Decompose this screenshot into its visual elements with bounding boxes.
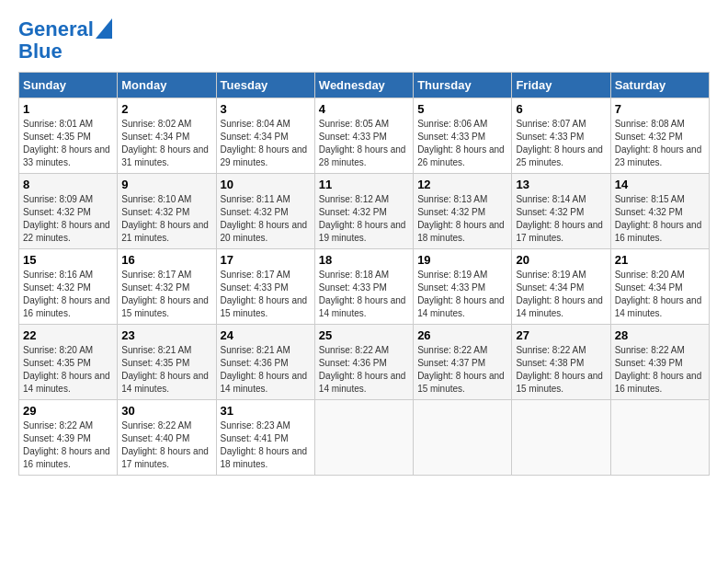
calendar-cell: 4 Sunrise: 8:05 AM Sunset: 4:33 PM Dayli…	[314, 98, 413, 174]
svg-marker-0	[96, 18, 112, 39]
day-info: Sunrise: 8:09 AM Sunset: 4:32 PM Dayligh…	[23, 193, 113, 245]
day-info: Sunrise: 8:02 AM Sunset: 4:34 PM Dayligh…	[121, 118, 211, 169]
day-info: Sunrise: 8:22 AM Sunset: 4:36 PM Dayligh…	[319, 344, 409, 396]
calendar-cell: 15 Sunrise: 8:16 AM Sunset: 4:32 PM Dayl…	[19, 249, 118, 325]
calendar-cell	[414, 400, 512, 476]
day-number: 11	[319, 178, 409, 191]
day-number: 18	[319, 253, 409, 267]
calendar-cell: 22 Sunrise: 8:20 AM Sunset: 4:35 PM Dayl…	[19, 325, 118, 400]
weekday-header: Wednesday	[314, 73, 413, 98]
day-number: 19	[417, 253, 507, 267]
day-info: Sunrise: 8:20 AM Sunset: 4:34 PM Dayligh…	[615, 269, 705, 320]
calendar-cell: 16 Sunrise: 8:17 AM Sunset: 4:32 PM Dayl…	[118, 249, 216, 325]
day-number: 23	[121, 328, 211, 342]
day-number: 7	[615, 102, 705, 116]
weekday-header: Saturday	[610, 73, 709, 98]
calendar-cell: 11 Sunrise: 8:12 AM Sunset: 4:32 PM Dayl…	[314, 174, 413, 249]
calendar-cell	[512, 400, 610, 476]
day-number: 30	[121, 404, 211, 418]
day-info: Sunrise: 8:21 AM Sunset: 4:36 PM Dayligh…	[221, 344, 311, 396]
day-number: 8	[23, 178, 113, 191]
weekday-header: Sunday	[19, 73, 118, 98]
day-info: Sunrise: 8:06 AM Sunset: 4:33 PM Dayligh…	[417, 118, 507, 169]
day-number: 13	[516, 178, 606, 191]
day-number: 20	[516, 253, 606, 267]
day-number: 25	[319, 328, 409, 342]
calendar-cell: 23 Sunrise: 8:21 AM Sunset: 4:35 PM Dayl…	[118, 325, 216, 400]
calendar-table: SundayMondayTuesdayWednesdayThursdayFrid…	[18, 72, 710, 476]
day-info: Sunrise: 8:10 AM Sunset: 4:32 PM Dayligh…	[121, 193, 211, 245]
calendar-cell: 14 Sunrise: 8:15 AM Sunset: 4:32 PM Dayl…	[610, 174, 709, 249]
calendar-cell: 3 Sunrise: 8:04 AM Sunset: 4:34 PM Dayli…	[216, 98, 314, 174]
logo: General Blue	[18, 18, 112, 63]
day-number: 31	[221, 404, 311, 418]
calendar-cell	[610, 400, 709, 476]
weekday-header: Friday	[512, 73, 610, 98]
day-number: 21	[615, 253, 705, 267]
calendar-cell: 29 Sunrise: 8:22 AM Sunset: 4:39 PM Dayl…	[19, 400, 118, 476]
day-info: Sunrise: 8:21 AM Sunset: 4:35 PM Dayligh…	[121, 344, 211, 396]
calendar-cell: 28 Sunrise: 8:22 AM Sunset: 4:39 PM Dayl…	[610, 325, 709, 400]
day-number: 2	[121, 102, 211, 116]
day-number: 12	[417, 178, 507, 191]
day-info: Sunrise: 8:15 AM Sunset: 4:32 PM Dayligh…	[615, 193, 705, 245]
calendar-cell: 10 Sunrise: 8:11 AM Sunset: 4:32 PM Dayl…	[216, 174, 314, 249]
day-info: Sunrise: 8:18 AM Sunset: 4:33 PM Dayligh…	[319, 269, 409, 320]
day-number: 27	[516, 328, 606, 342]
calendar-cell: 13 Sunrise: 8:14 AM Sunset: 4:32 PM Dayl…	[512, 174, 610, 249]
day-info: Sunrise: 8:05 AM Sunset: 4:33 PM Dayligh…	[319, 118, 409, 169]
calendar-cell: 1 Sunrise: 8:01 AM Sunset: 4:35 PM Dayli…	[19, 98, 118, 174]
calendar-cell: 18 Sunrise: 8:18 AM Sunset: 4:33 PM Dayl…	[314, 249, 413, 325]
day-info: Sunrise: 8:16 AM Sunset: 4:32 PM Dayligh…	[23, 269, 113, 320]
calendar-cell	[314, 400, 413, 476]
calendar-cell: 26 Sunrise: 8:22 AM Sunset: 4:37 PM Dayl…	[414, 325, 512, 400]
day-info: Sunrise: 8:20 AM Sunset: 4:35 PM Dayligh…	[23, 344, 113, 396]
calendar-cell: 19 Sunrise: 8:19 AM Sunset: 4:33 PM Dayl…	[414, 249, 512, 325]
day-info: Sunrise: 8:08 AM Sunset: 4:32 PM Dayligh…	[615, 118, 705, 169]
day-info: Sunrise: 8:19 AM Sunset: 4:33 PM Dayligh…	[417, 269, 507, 320]
day-number: 1	[23, 102, 113, 116]
day-number: 4	[319, 102, 409, 116]
day-info: Sunrise: 8:11 AM Sunset: 4:32 PM Dayligh…	[221, 193, 311, 245]
calendar-cell: 31 Sunrise: 8:23 AM Sunset: 4:41 PM Dayl…	[216, 400, 314, 476]
calendar-cell: 2 Sunrise: 8:02 AM Sunset: 4:34 PM Dayli…	[118, 98, 216, 174]
day-number: 14	[615, 178, 705, 191]
calendar-cell: 9 Sunrise: 8:10 AM Sunset: 4:32 PM Dayli…	[118, 174, 216, 249]
calendar-cell: 27 Sunrise: 8:22 AM Sunset: 4:38 PM Dayl…	[512, 325, 610, 400]
day-number: 5	[417, 102, 507, 116]
day-number: 22	[23, 328, 113, 342]
day-number: 29	[23, 404, 113, 418]
calendar-cell: 8 Sunrise: 8:09 AM Sunset: 4:32 PM Dayli…	[19, 174, 118, 249]
day-info: Sunrise: 8:22 AM Sunset: 4:40 PM Dayligh…	[121, 419, 211, 471]
day-number: 24	[221, 328, 311, 342]
day-info: Sunrise: 8:07 AM Sunset: 4:33 PM Dayligh…	[516, 118, 606, 169]
calendar-cell: 30 Sunrise: 8:22 AM Sunset: 4:40 PM Dayl…	[118, 400, 216, 476]
weekday-header: Tuesday	[216, 73, 314, 98]
day-info: Sunrise: 8:19 AM Sunset: 4:34 PM Dayligh…	[516, 269, 606, 320]
day-info: Sunrise: 8:17 AM Sunset: 4:32 PM Dayligh…	[121, 269, 211, 320]
day-info: Sunrise: 8:14 AM Sunset: 4:32 PM Dayligh…	[516, 193, 606, 245]
weekday-header: Thursday	[414, 73, 512, 98]
day-number: 15	[23, 253, 113, 267]
day-number: 17	[221, 253, 311, 267]
calendar-cell: 24 Sunrise: 8:21 AM Sunset: 4:36 PM Dayl…	[216, 325, 314, 400]
calendar-cell: 7 Sunrise: 8:08 AM Sunset: 4:32 PM Dayli…	[610, 98, 709, 174]
logo-text2: Blue	[18, 40, 63, 63]
calendar-cell: 21 Sunrise: 8:20 AM Sunset: 4:34 PM Dayl…	[610, 249, 709, 325]
day-info: Sunrise: 8:01 AM Sunset: 4:35 PM Dayligh…	[23, 118, 113, 169]
day-number: 6	[516, 102, 606, 116]
logo-text: General	[18, 18, 94, 40]
day-info: Sunrise: 8:22 AM Sunset: 4:38 PM Dayligh…	[516, 344, 606, 396]
weekday-header: Monday	[118, 73, 216, 98]
day-number: 28	[615, 328, 705, 342]
day-info: Sunrise: 8:04 AM Sunset: 4:34 PM Dayligh…	[221, 118, 311, 169]
calendar-cell: 20 Sunrise: 8:19 AM Sunset: 4:34 PM Dayl…	[512, 249, 610, 325]
calendar-cell: 17 Sunrise: 8:17 AM Sunset: 4:33 PM Dayl…	[216, 249, 314, 325]
calendar-cell: 12 Sunrise: 8:13 AM Sunset: 4:32 PM Dayl…	[414, 174, 512, 249]
day-number: 16	[121, 253, 211, 267]
day-info: Sunrise: 8:12 AM Sunset: 4:32 PM Dayligh…	[319, 193, 409, 245]
day-info: Sunrise: 8:13 AM Sunset: 4:32 PM Dayligh…	[417, 193, 507, 245]
page-header: General Blue	[18, 18, 710, 63]
calendar-cell: 25 Sunrise: 8:22 AM Sunset: 4:36 PM Dayl…	[314, 325, 413, 400]
calendar-cell: 5 Sunrise: 8:06 AM Sunset: 4:33 PM Dayli…	[414, 98, 512, 174]
